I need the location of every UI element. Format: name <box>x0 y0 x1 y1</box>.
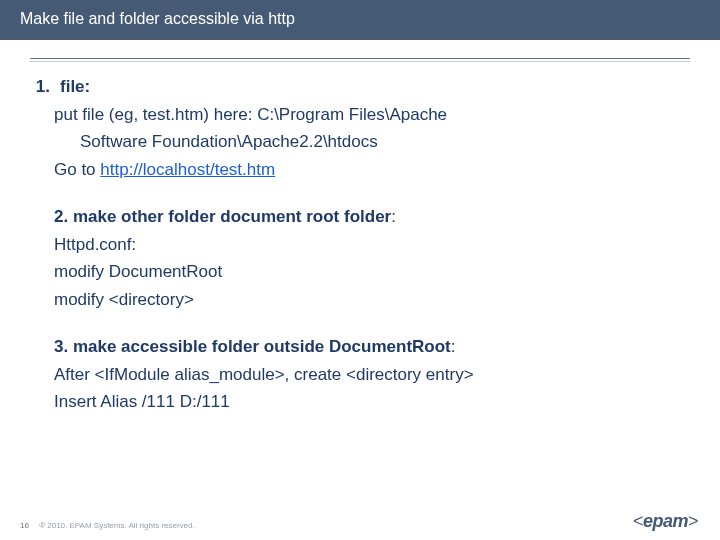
copyright: ® 2010. EPAM Systems. All rights reserve… <box>39 521 195 530</box>
body-line: put file (eg, test.htm) here: C:\Program… <box>54 102 692 128</box>
angle-left-icon: < <box>633 511 643 531</box>
item-heading: 3. make accessible folder outside Docume… <box>54 337 451 356</box>
list-item: 2. make other folder document root folde… <box>54 204 692 230</box>
goto-label: Go to <box>54 160 100 179</box>
body-line: Software Foundation\Apache2.2\htdocs <box>54 129 692 155</box>
localhost-link[interactable]: http://localhost/test.htm <box>100 160 275 179</box>
body-line: Insert Alias /111 D:/111 <box>54 389 692 415</box>
logo-text: epam <box>643 511 688 531</box>
footer: 16 ® 2010. EPAM Systems. All rights rese… <box>20 521 195 530</box>
item-heading: file: <box>60 77 90 96</box>
slide-title-bar: Make file and folder accessible via http <box>0 0 720 40</box>
item-number: 1. <box>24 74 50 100</box>
angle-right-icon: > <box>688 511 698 531</box>
spacer <box>54 314 692 332</box>
slide-body: 1.file: put file (eg, test.htm) here: C:… <box>0 62 720 415</box>
body-line: modify DocumentRoot <box>54 259 692 285</box>
list-item: 3. make accessible folder outside Docume… <box>54 334 692 360</box>
body-line: modify <directory> <box>54 287 692 313</box>
epam-logo: <epam> <box>633 511 698 532</box>
body-line: Httpd.conf: <box>54 232 692 258</box>
body-line: After <IfModule alias_module>, create <d… <box>54 362 692 388</box>
colon: : <box>451 337 456 356</box>
colon: : <box>391 207 396 226</box>
list-item: 1.file: <box>54 74 692 100</box>
spacer <box>54 184 692 202</box>
item-heading: 2. make other folder document root folde… <box>54 207 391 226</box>
page-number: 16 <box>20 521 29 530</box>
body-line: Go to http://localhost/test.htm <box>54 157 692 183</box>
slide-title: Make file and folder accessible via http <box>20 10 295 27</box>
